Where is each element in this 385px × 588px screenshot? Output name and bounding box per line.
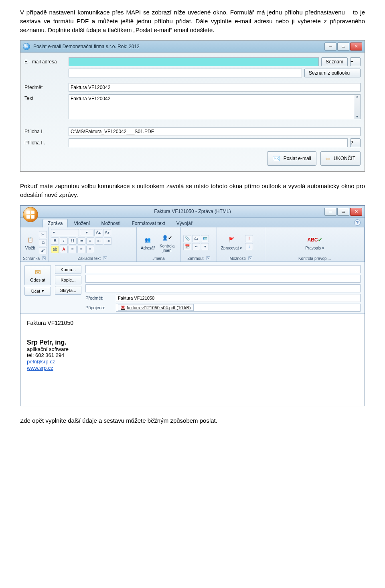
subject-label: Předmět:: [85, 296, 113, 300]
attachment1-label: Příloha I.: [24, 129, 69, 134]
send-button[interactable]: ✉ Odeslat: [24, 265, 51, 285]
exit-icon: ⇦: [326, 155, 330, 162]
dialog-launcher[interactable]: ↘: [206, 256, 210, 260]
bullets-button[interactable]: ≔: [77, 237, 85, 245]
email-dialog-window: e Poslat e-mail Demonstrační firma s.r.o…: [20, 40, 365, 172]
tab-options[interactable]: Možnosti: [96, 219, 126, 227]
followup-button[interactable]: 🚩 Zpracovat ▾: [219, 234, 243, 251]
more-button[interactable]: ▾: [201, 243, 209, 250]
paragraph-1: V případě nastavení komunikace přes MAPI…: [20, 8, 365, 34]
text-label: Text: [24, 94, 69, 101]
message-header: ✉ Odeslat Účet ▾ Komu... Kopie... Skrytá…: [20, 262, 365, 314]
bold-button[interactable]: B: [51, 237, 59, 245]
office-orb-button[interactable]: [23, 207, 38, 222]
low-importance[interactable]: ↓: [245, 243, 253, 250]
bcc-button[interactable]: Skrytá...: [55, 286, 81, 295]
check-names-button[interactable]: 👤✔ Kontrola jmen: [158, 232, 176, 253]
body-line: Faktura VF121050: [27, 320, 358, 326]
subject-input[interactable]: [116, 294, 361, 302]
to-button[interactable]: Komu...: [55, 265, 81, 274]
outlook-compose-window: Faktura VF121050 - Zpráva (HTML) ─ ▭ ✕ Z…: [20, 205, 365, 406]
message-body[interactable]: Faktura VF121050 Srp Petr, ing. aplikačn…: [20, 314, 365, 406]
attachment2-input[interactable]: [69, 138, 348, 147]
tab-developer[interactable]: Vývojář: [171, 219, 198, 227]
account-button[interactable]: Účet ▾: [24, 287, 51, 296]
outlook-list-button[interactable]: Seznam z outlooku: [304, 69, 361, 77]
ribbon: 📋 Vložit ✂ ⧉ 🖌 Schránka↘ ▾ ▾ A▴ A▾: [20, 227, 365, 262]
titlebar: e Poslat e-mail Demonstrační firma s.r.o…: [20, 41, 365, 53]
app-icon: e: [23, 43, 30, 50]
subject-input[interactable]: [69, 83, 361, 92]
copy-button[interactable]: ⧉: [39, 239, 47, 246]
dialog-launcher[interactable]: ↘: [248, 256, 252, 260]
address-book-button[interactable]: 👥 Adresář: [139, 234, 156, 251]
minimize-button[interactable]: ─: [324, 208, 336, 216]
font-select[interactable]: ▾: [51, 229, 79, 236]
body-textarea[interactable]: Faktura VF120042: [69, 94, 354, 119]
business-card-button[interactable]: 🪪: [201, 235, 209, 242]
paragraph-3: Zde opět vyplníte další údaje a sestavu …: [20, 416, 365, 425]
ribbon-tabs: Zpráva Vložení Možnosti Formátovat text …: [20, 218, 365, 227]
format-painter-button[interactable]: 🖌: [39, 247, 47, 254]
help-icon[interactable]: ?: [354, 219, 361, 226]
signature-line: aplikační software: [27, 346, 358, 352]
signature-button[interactable]: ✒: [192, 243, 200, 250]
bcc-input[interactable]: [85, 284, 361, 292]
attachment2-label: Příloha II.: [24, 140, 69, 146]
window-title: Faktura VF121050 - Zpráva (HTML): [154, 209, 231, 214]
tab-message[interactable]: Zpráva: [43, 219, 68, 227]
close-window-button[interactable]: ✕: [350, 208, 362, 216]
tab-insert[interactable]: Vložení: [69, 219, 95, 227]
dialog-launcher[interactable]: ↘: [103, 256, 107, 260]
close-button[interactable]: ⇦ UKONČIT: [320, 151, 361, 166]
calendar-button[interactable]: 📅: [183, 243, 191, 250]
envelope-icon: ✉️: [272, 155, 280, 162]
align-left[interactable]: ≡: [69, 246, 77, 253]
attachment1-input[interactable]: [69, 127, 361, 136]
maximize-button[interactable]: ▭: [337, 43, 349, 51]
paste-button[interactable]: 📋 Vložit: [23, 234, 37, 251]
font-color-button[interactable]: A: [60, 246, 68, 253]
help-button[interactable]: ?: [350, 138, 361, 147]
maximize-button[interactable]: ▭: [337, 208, 349, 216]
shrink-font[interactable]: A▾: [103, 229, 111, 236]
align-right[interactable]: ≡: [86, 246, 94, 253]
grow-font[interactable]: A▴: [94, 229, 102, 236]
signature-line: tel: 602 361 294: [27, 352, 358, 358]
indent-right[interactable]: ⇥: [104, 237, 112, 245]
list-button[interactable]: Seznam: [321, 57, 348, 66]
highlight-button[interactable]: ab: [51, 246, 59, 253]
underline-button[interactable]: U: [69, 237, 77, 245]
to-input[interactable]: [85, 265, 361, 273]
spelling-button[interactable]: ABC✔ Pravopis ▾: [304, 234, 326, 251]
pdf-icon: ⌘: [121, 305, 125, 310]
font-size[interactable]: ▾: [80, 229, 93, 236]
clipboard-icon: 📋: [24, 235, 36, 245]
signature-email[interactable]: petr@srp.cz: [27, 359, 55, 365]
add-button[interactable]: +: [350, 57, 361, 66]
dialog-launcher[interactable]: ↘: [42, 256, 46, 260]
high-importance[interactable]: !: [245, 235, 253, 242]
close-window-button[interactable]: ✕: [350, 43, 362, 51]
minimize-button[interactable]: ─: [324, 43, 336, 51]
send-email-button[interactable]: ✉️ Poslat e-mail: [267, 151, 316, 166]
signature-web[interactable]: www.srp.cz: [27, 365, 53, 371]
numbering-button[interactable]: ≡: [86, 237, 94, 245]
indent-left[interactable]: ⇤: [95, 237, 103, 245]
email-label: E - mail adresa: [24, 59, 69, 65]
scrollbar[interactable]: ▲▼: [354, 94, 361, 119]
titlebar: Faktura VF121050 - Zpráva (HTML) ─ ▭ ✕: [20, 206, 365, 218]
cc-button[interactable]: Kopie...: [55, 276, 81, 284]
attach-file-button[interactable]: 📎: [183, 235, 191, 242]
attachment-chip[interactable]: ⌘ faktura vf121050 s04.pdf (10 kB): [118, 304, 194, 311]
attach-item-button[interactable]: 🗂: [192, 235, 200, 242]
cc-input[interactable]: [85, 275, 361, 283]
check-names-icon: 👤✔: [162, 233, 173, 243]
tab-format[interactable]: Formátovat text: [126, 219, 170, 227]
cut-button[interactable]: ✂: [39, 231, 47, 238]
align-center[interactable]: ≡: [77, 246, 85, 253]
italic-button[interactable]: I: [60, 237, 68, 245]
email-input[interactable]: [69, 57, 319, 66]
flag-icon: 🚩: [226, 235, 237, 245]
email-input-2[interactable]: [69, 69, 302, 77]
